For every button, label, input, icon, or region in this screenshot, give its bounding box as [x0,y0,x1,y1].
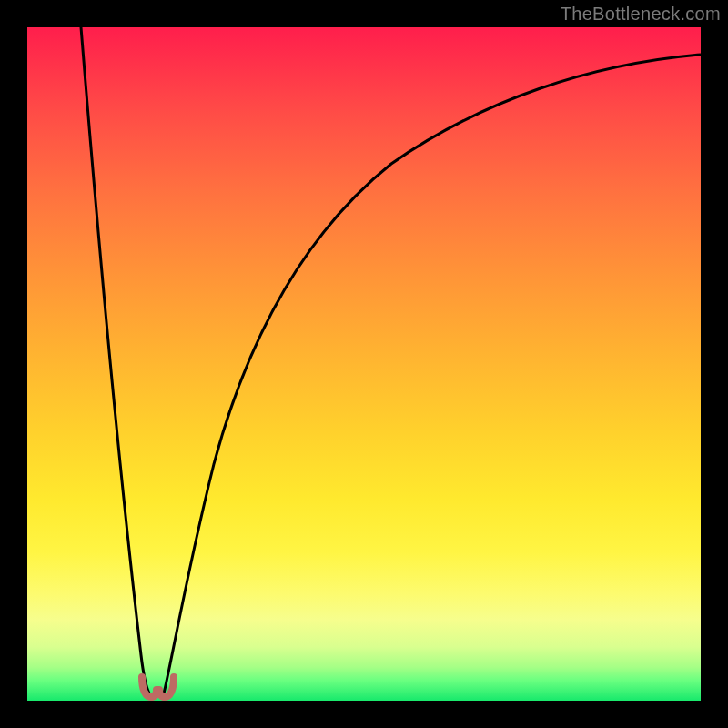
curve-layer [27,27,701,701]
chart-frame: TheBottleneck.com [0,0,728,728]
plot-area [27,27,701,701]
curve-right-branch [164,55,701,693]
watermark-label: TheBottleneck.com [561,4,721,25]
curve-left-branch [81,27,149,693]
